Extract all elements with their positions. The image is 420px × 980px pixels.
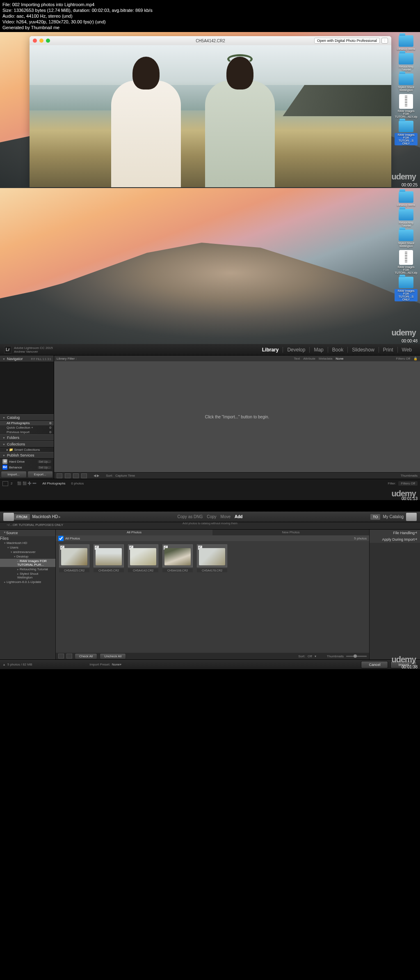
tree-node[interactable]: Macintosh HD <box>0 541 55 545</box>
import-button[interactable]: Import... <box>1 471 27 478</box>
catalog-item[interactable]: Previous Import0 <box>0 430 54 434</box>
loupe-view-icon[interactable] <box>65 473 71 478</box>
files-header: Files <box>0 536 55 541</box>
collection-item[interactable]: ▸ 📁 Smart Collections <box>0 448 54 452</box>
tab-all-photos[interactable]: All Photos <box>56 530 212 535</box>
import-mode-picker[interactable]: Copy as DNG Copy Move Add Add photos to … <box>178 514 243 519</box>
chevron-up-icon[interactable]: ▴ <box>3 663 5 666</box>
meta-size: Size: 13362653 bytes (12.74 MiB), durati… <box>2 7 418 13</box>
import-thumbnail[interactable]: CH5A4045.CR2 <box>94 544 124 572</box>
publish-service[interactable]: BēBehanceSet Up... <box>0 464 54 470</box>
desktop-folder-selected[interactable]: RAW Images FOR TUTORI...S ONLY <box>395 277 418 301</box>
desktop-folder[interactable]: Desktop Items <box>395 191 418 207</box>
import-grid: All Photos New Photos All Photos 5 photo… <box>56 530 369 659</box>
file-handling-header[interactable]: File Handling <box>370 530 420 536</box>
thumbnail-grid: CH5A4025.CR2 CH5A4045.CR2 CH5A4142.CR2 C… <box>56 541 369 653</box>
mode-copy[interactable]: Copy <box>207 514 216 519</box>
navigator-header[interactable]: NavigatorFIT FILL 1:1 3:1 <box>0 356 54 362</box>
uncheck-all-button[interactable]: Uncheck All <box>100 653 126 659</box>
catalog-item[interactable]: All Photographs0 <box>0 421 54 425</box>
meta-audio: Audio: aac, 44100 Hz, stereo (und) <box>2 13 418 19</box>
folders-header[interactable]: Folders <box>0 434 54 441</box>
tab-new-photos[interactable]: New Photos <box>212 530 369 535</box>
module-library[interactable]: Library <box>258 347 283 353</box>
tree-node[interactable]: Retouching Tutorial <box>0 567 55 571</box>
catalog-item[interactable]: Quick Collection +0 <box>0 425 54 430</box>
desktop-folder[interactable]: Styled Shoot Wellington <box>395 73 418 92</box>
library-filter-bar[interactable]: Library Filter : TextAttributeMetadataNo… <box>54 356 420 361</box>
publish-header[interactable]: Publish Services <box>0 452 54 459</box>
grid-view-icon[interactable] <box>57 473 62 478</box>
desktop-folder[interactable]: Retouching Tutorial <box>395 53 418 71</box>
filter-dropdown[interactable]: Filters Off <box>398 481 418 486</box>
apply-during-import-header[interactable]: Apply During Import <box>370 536 420 543</box>
module-book[interactable]: Book <box>328 347 347 353</box>
collections-header[interactable]: Collections <box>0 441 54 448</box>
mode-description: Add photos to catalog without moving the… <box>178 522 243 525</box>
module-map[interactable]: Map <box>309 347 327 353</box>
import-thumbnail[interactable]: CH5A4142.CR2 <box>128 544 158 572</box>
import-thumbnail[interactable]: CH5A4025.CR2 <box>59 544 89 572</box>
tree-node-selected[interactable]: RAW Images FOR TUTORIAL PUR... <box>0 559 55 567</box>
check-all-button[interactable]: Check All <box>75 653 97 659</box>
timecode: 00:01:38 <box>402 665 418 669</box>
module-develop[interactable]: Develop <box>283 347 309 353</box>
import-thumbnail[interactable]: CH5A4168.CR2 <box>162 544 193 572</box>
lock-icon[interactable]: 🔒 <box>413 357 418 360</box>
catalog-header[interactable]: Catalog <box>0 414 54 421</box>
desktop-zip[interactable]: RAW Images FOR TUTORI...NLY.zip <box>395 94 418 118</box>
secondary-monitor-icon[interactable] <box>2 481 8 486</box>
source-name[interactable]: Macintosh HD <box>32 514 58 519</box>
mode-move[interactable]: Move <box>221 514 231 519</box>
import-tabs[interactable]: All Photos New Photos <box>56 530 369 535</box>
survey-view-icon[interactable] <box>81 473 87 478</box>
harddrive-icon: ⛁ <box>2 459 7 464</box>
desktop-folder-selected[interactable]: RAW Images FOR TUTORI...S ONLY <box>395 121 418 145</box>
loupe-view-icon[interactable] <box>66 654 72 659</box>
lightroom-import-dialog: FROM Macintosh HD▸ Copy as DNG Copy Move… <box>0 512 420 669</box>
import-preset-dropdown[interactable]: None <box>112 663 120 666</box>
module-print[interactable]: Print <box>379 347 397 353</box>
window-titlebar: CH5A4142.CR2 Open with Digital Photo Pro… <box>30 36 391 45</box>
source-tree[interactable]: Macintosh HD Users andrewvanover Desktop… <box>0 541 55 659</box>
import-header: FROM Macintosh HD▸ Copy as DNG Copy Move… <box>0 512 420 522</box>
desktop-folder[interactable]: Styled Shoot Wellington <box>395 230 418 248</box>
identity-plate: Adobe Lightroom CC 2015Andrew Vanover <box>14 346 53 353</box>
screenshot-desktop: Desktop Items Retouching Tutorial Styled… <box>0 188 420 344</box>
module-web[interactable]: Web <box>397 347 416 353</box>
mode-add[interactable]: Add <box>235 514 242 519</box>
module-slideshow[interactable]: Slideshow <box>347 347 379 353</box>
left-panel: NavigatorFIT FILL 1:1 3:1 Catalog All Ph… <box>0 356 54 479</box>
grid-toolbar: ◀ ▶ Sort:Capture Time Thumbnails <box>54 472 420 479</box>
main-content: Library Filter : TextAttributeMetadataNo… <box>54 356 420 479</box>
desktop-zip[interactable]: RAW Images FOR TUTORI...NLY.zip <box>395 250 418 274</box>
tree-node[interactable]: Desktop <box>0 554 55 559</box>
tree-node[interactable]: Lightroom-6.0.1-Update <box>0 580 55 584</box>
import-summary: 5 photos / 82 MB <box>7 663 32 666</box>
preview-content <box>30 45 391 187</box>
cancel-button[interactable]: Cancel <box>361 661 388 668</box>
mode-copy-dng[interactable]: Copy as DNG <box>178 514 203 519</box>
meta-video: Video: h264, yuv420p, 1280x720, 30.00 fp… <box>2 19 418 25</box>
tree-node[interactable]: Users <box>0 545 55 550</box>
export-button[interactable]: Export... <box>27 471 53 478</box>
from-label: FROM <box>14 514 30 520</box>
filmstrip: 2 ⬛ ⬛ ➕ ➖ All Photographs 0 photos Filte… <box>0 479 420 488</box>
tree-node[interactable]: andrewvanover <box>0 550 55 554</box>
thumbnail-size-slider[interactable] <box>346 656 367 657</box>
desktop-folder[interactable]: Desktop Items <box>395 35 418 50</box>
desktop-icons: Desktop Items Retouching Tutorial Styled… <box>395 35 418 145</box>
grid-empty-message: Click the "Import..." button to begin. <box>54 361 420 472</box>
compare-view-icon[interactable] <box>73 473 79 478</box>
import-thumbnail[interactable]: CH5A4178.CR2 <box>197 544 227 572</box>
module-picker[interactable]: Library Develop Map Book Slideshow Print… <box>258 347 416 353</box>
destination-name[interactable]: My Catalog <box>383 514 404 519</box>
grid-view-icon[interactable] <box>58 654 64 659</box>
desktop-folder[interactable]: Retouching Tutorial <box>395 209 418 227</box>
tree-node[interactable]: Styled Shoot Wellington <box>0 571 55 580</box>
publish-service[interactable]: ⛁Hard DriveSet Up... <box>0 459 54 464</box>
select-all-checkbox[interactable] <box>58 536 64 541</box>
source-section-header[interactable]: Source <box>0 530 55 536</box>
dest-drive-icon <box>406 513 417 521</box>
preview-image <box>30 45 391 187</box>
